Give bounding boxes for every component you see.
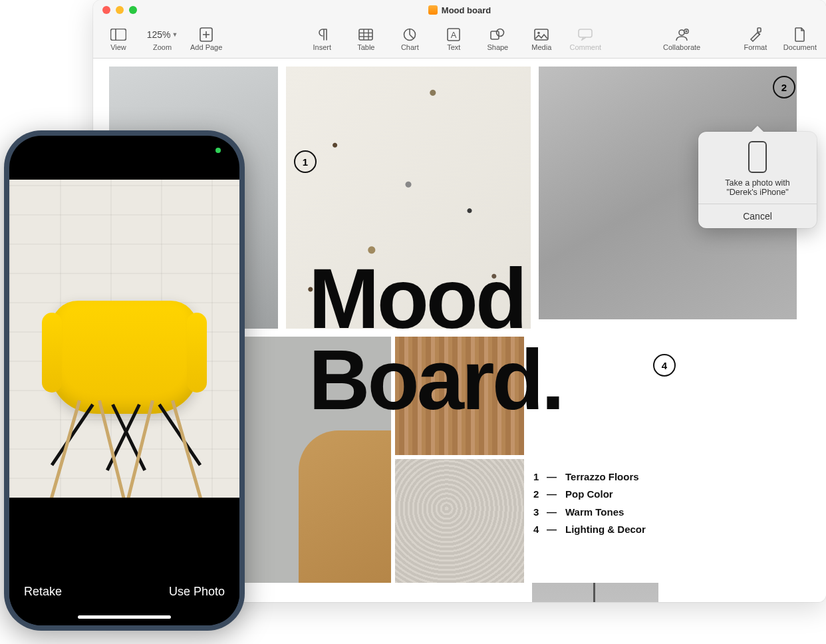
window-title: Mood board xyxy=(93,5,826,15)
svg-rect-0 xyxy=(111,29,126,40)
svg-rect-5 xyxy=(359,29,372,40)
window-close-button[interactable] xyxy=(102,6,110,14)
window-title-text: Mood board xyxy=(442,5,491,15)
text-button[interactable]: A Text xyxy=(438,27,470,51)
yellow-chair xyxy=(51,301,198,414)
collaborate-icon xyxy=(673,27,690,42)
shape-label: Shape xyxy=(487,43,508,51)
popover-cancel-button[interactable]: Cancel xyxy=(698,204,817,228)
zoom-control[interactable]: 125% ▼ Zoom xyxy=(146,27,178,51)
toolbar: View 125% ▼ Zoom Add Page Insert xyxy=(93,20,826,59)
title-line-2: Board. xyxy=(309,339,562,420)
iphone-notch xyxy=(74,136,174,156)
legend-row: 1—Terrazzo Floors xyxy=(533,468,646,486)
callout-4[interactable]: 4 xyxy=(653,354,676,377)
document-label: Document xyxy=(783,43,817,51)
legend-row: 3—Warm Tones xyxy=(533,504,646,521)
format-button[interactable]: Format xyxy=(740,27,771,51)
insert-label: Insert xyxy=(313,43,332,51)
chevron-down-icon: ▼ xyxy=(172,31,178,38)
camera-indicator-dot xyxy=(215,148,221,153)
insert-button[interactable]: Insert xyxy=(306,27,338,51)
legend-row: 2—Pop Color xyxy=(533,486,646,503)
text-icon: A xyxy=(445,27,462,42)
table-button[interactable]: Table xyxy=(350,27,382,51)
titlebar[interactable]: Mood board xyxy=(93,0,826,20)
media-label: Media xyxy=(531,43,551,51)
paragraph-icon xyxy=(313,27,331,42)
table-icon xyxy=(357,27,374,42)
legend-row: 4—Lighting & Decor xyxy=(533,521,646,538)
document-icon-btn xyxy=(791,27,809,42)
popover-text-line-2: "Derek's iPhone" xyxy=(705,188,810,197)
media-button[interactable]: Media xyxy=(525,27,557,51)
window-zoom-button[interactable] xyxy=(129,6,137,14)
window-minimize-button[interactable] xyxy=(116,6,124,14)
camera-preview-photo[interactable] xyxy=(9,180,239,508)
iphone-screen: Retake Use Photo xyxy=(9,136,239,625)
shape-icon xyxy=(489,27,506,42)
callout-1[interactable]: 1 xyxy=(294,150,317,173)
callout-2[interactable]: 2 xyxy=(773,76,795,98)
comment-button: Comment xyxy=(569,27,601,51)
document-title[interactable]: Mood Board. xyxy=(309,258,562,420)
media-icon xyxy=(533,27,550,42)
sofa-shape xyxy=(299,430,391,583)
comment-icon xyxy=(577,27,594,42)
svg-point-18 xyxy=(679,30,684,35)
continuity-camera-popover: Take a photo with "Derek's iPhone" Cance… xyxy=(698,132,817,228)
format-label: Format xyxy=(744,43,767,51)
use-photo-button[interactable]: Use Photo xyxy=(169,585,225,599)
collaborate-label: Collaborate xyxy=(663,43,700,51)
add-page-icon xyxy=(198,27,215,42)
image-fur[interactable] xyxy=(395,459,524,583)
svg-rect-22 xyxy=(757,28,761,32)
svg-rect-17 xyxy=(579,29,592,37)
chart-label: Chart xyxy=(401,43,419,51)
iphone-device: Retake Use Photo xyxy=(4,130,245,631)
collaborate-button[interactable]: Collaborate xyxy=(663,27,700,51)
view-label: View xyxy=(110,43,126,51)
add-page-button[interactable]: Add Page xyxy=(190,27,222,51)
svg-text:A: A xyxy=(451,30,457,40)
sidebar-icon xyxy=(110,27,127,42)
home-indicator[interactable] xyxy=(78,615,171,619)
svg-point-16 xyxy=(538,31,541,34)
popover-text-line-1: Take a photo with xyxy=(705,178,810,188)
table-label: Table xyxy=(357,43,374,51)
chart-icon xyxy=(401,27,418,42)
text-label: Text xyxy=(447,43,460,51)
lamp-cord xyxy=(593,583,595,602)
image-lamp[interactable] xyxy=(532,583,658,602)
zoom-value: 125% xyxy=(147,29,171,40)
zoom-label: Zoom xyxy=(153,43,172,51)
title-line-1: Mood xyxy=(309,258,562,339)
chart-button[interactable]: Chart xyxy=(394,27,426,51)
add-page-label: Add Page xyxy=(190,43,222,51)
document-button[interactable]: Document xyxy=(783,27,817,51)
view-button[interactable]: View xyxy=(102,27,134,51)
shape-button[interactable]: Shape xyxy=(482,27,513,51)
comment-label: Comment xyxy=(569,43,601,51)
iphone-outline-icon xyxy=(748,141,767,173)
svg-point-14 xyxy=(497,29,504,36)
traffic-lights xyxy=(102,6,137,14)
camera-footer: Retake Use Photo xyxy=(9,498,239,625)
legend[interactable]: 1—Terrazzo Floors 2—Pop Color 3—Warm Ton… xyxy=(533,468,646,538)
retake-button[interactable]: Retake xyxy=(24,585,62,599)
format-icon xyxy=(747,27,764,42)
document-icon xyxy=(428,5,438,15)
